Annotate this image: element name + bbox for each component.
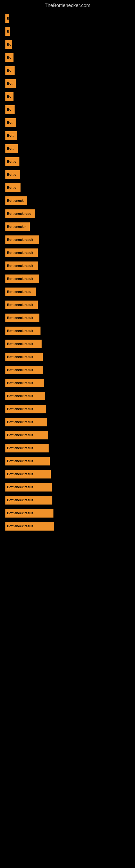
bar-label: Bottle [7, 160, 16, 163]
bar-row: Bottleneck result [5, 377, 130, 389]
bar-item: Bottleneck result [5, 418, 47, 426]
bar-label: Bottleneck result [7, 251, 33, 255]
bar-label: Bottleneck resu [7, 290, 31, 294]
bar-label: Bottleneck result [7, 459, 33, 463]
bar-label: Bottleneck result [7, 264, 33, 268]
bar-item: Bo [5, 66, 14, 75]
bar-item: Bottleneck [5, 196, 27, 205]
bar-label: Bottleneck result [7, 407, 33, 411]
bar-label: Bottleneck result [7, 433, 33, 437]
bar-label: Bottleneck result [7, 368, 33, 372]
bar-item: Bottleneck result [5, 431, 48, 439]
bar-row: Bot [5, 117, 130, 129]
bar-row: Bottleneck result [5, 429, 130, 441]
bar-label: Bottleneck result [7, 394, 33, 398]
bar-row: Bottleneck result [5, 455, 130, 467]
bar-item: Bottleneck result [5, 392, 45, 400]
bar-item: Bottleneck result [5, 457, 50, 465]
bar-item: Bot [5, 79, 16, 88]
bar-row: Bott [5, 130, 130, 142]
bar-item: Bottleneck result [5, 366, 43, 374]
bar-row: Bottleneck result [5, 312, 130, 324]
bar-row: Bo [5, 38, 130, 51]
bar-row: Bottleneck result [5, 390, 130, 402]
bar-label: Bottleneck result [7, 498, 33, 502]
bar-row: Bottleneck result [5, 273, 130, 285]
bar-row: Bottleneck result [5, 338, 130, 350]
bar-label: Bottleneck result [7, 420, 33, 424]
bar-label: Bottleneck result [7, 316, 33, 320]
bar-row: Bott [5, 143, 130, 155]
bar-item: Bottleneck result [5, 379, 44, 388]
bar-row: Bottleneck result [5, 507, 130, 519]
bar-row: Bottleneck resu [5, 208, 130, 220]
bar-row: Bo [5, 91, 130, 102]
bar-row: Bottleneck result [5, 494, 130, 506]
bar-label: Bottle [7, 173, 16, 177]
bar-item: Bottleneck result [5, 405, 46, 413]
bar-label: Bottleneck result [7, 238, 33, 242]
bar-item: Bottleneck resu [5, 287, 36, 296]
bar-row: Bottleneck [5, 195, 130, 207]
bar-label: Bo [7, 42, 11, 46]
bar-row: Bot [5, 78, 130, 90]
bar-label: Bottleneck result [7, 472, 33, 476]
bar-item: Bottleneck result [5, 522, 54, 531]
bar-item: Bottleneck result [5, 236, 39, 244]
bar-label: Bott [7, 134, 13, 137]
bar-row: Bottleneck result [5, 325, 130, 337]
bar-item: Bottle [5, 157, 19, 166]
bar-item: Bottleneck result [5, 352, 43, 361]
bar-item: Bottleneck result [5, 483, 52, 492]
bar-label: Bo [7, 108, 11, 112]
bar-row: Bottleneck result [5, 260, 130, 272]
bar-label: Bo [7, 95, 11, 98]
bar-item: Bottleneck result [5, 470, 51, 478]
bar-item: B [5, 27, 10, 36]
bar-row: Bo [5, 65, 130, 76]
bar-row: Bottleneck result [5, 299, 130, 311]
bar-label: Bottleneck [7, 199, 24, 203]
bar-label: Bottleneck resu [7, 212, 31, 216]
bar-item: Bottleneck result [5, 248, 38, 257]
bar-label: Bottleneck r [7, 225, 26, 229]
bar-item: Bottleneck result [5, 444, 49, 453]
bar-item: Bottleneck result [5, 509, 53, 518]
bar-row: Bo [5, 52, 130, 63]
bar-item: Bottleneck result [5, 275, 39, 283]
bar-item: Bo [5, 53, 13, 62]
bar-item: Bot [5, 118, 16, 127]
bar-item: Bottle [5, 183, 20, 192]
bar-item: Bottleneck result [5, 327, 41, 335]
bar-label: Bo [7, 56, 11, 59]
bar-row: Bottle [5, 156, 130, 167]
bar-item: Bo [5, 105, 14, 114]
bar-label: B [7, 30, 9, 33]
bars-container: BBBoBoBoBotBoBoBotBottBottBottleBottleBo… [0, 10, 135, 536]
bar-row: Bottleneck result [5, 442, 130, 454]
bar-item: Bo [5, 92, 13, 101]
bar-label: Bott [7, 147, 13, 151]
bar-item: Bottleneck result [5, 261, 38, 270]
bar-row: B [5, 26, 130, 37]
bar-row: Bottleneck result [5, 364, 130, 376]
bar-label: Bottleneck result [7, 277, 33, 281]
bar-row: Bottleneck result [5, 520, 130, 532]
bar-label: Bottleneck result [7, 381, 33, 385]
bar-row: Bottleneck result [5, 416, 130, 428]
bar-row: Bottle [5, 169, 130, 181]
bar-label: Bot [7, 121, 12, 124]
bar-item: Bottleneck result [5, 314, 39, 322]
bar-label: Bottleneck result [7, 329, 33, 333]
bar-row: Bottleneck result [5, 234, 130, 246]
bar-label: Bo [7, 69, 11, 72]
bar-row: Bottleneck result [5, 403, 130, 415]
bar-item: Bottleneck result [5, 496, 52, 504]
bar-item: Bottleneck result [5, 301, 38, 309]
bar-row: Bottleneck result [5, 351, 130, 363]
bar-item: Bottleneck r [5, 222, 30, 231]
bar-item: B [5, 14, 9, 23]
bar-row: Bo [5, 104, 130, 116]
bar-row: Bottleneck result [5, 481, 130, 493]
bar-item: Bottleneck result [5, 340, 42, 348]
